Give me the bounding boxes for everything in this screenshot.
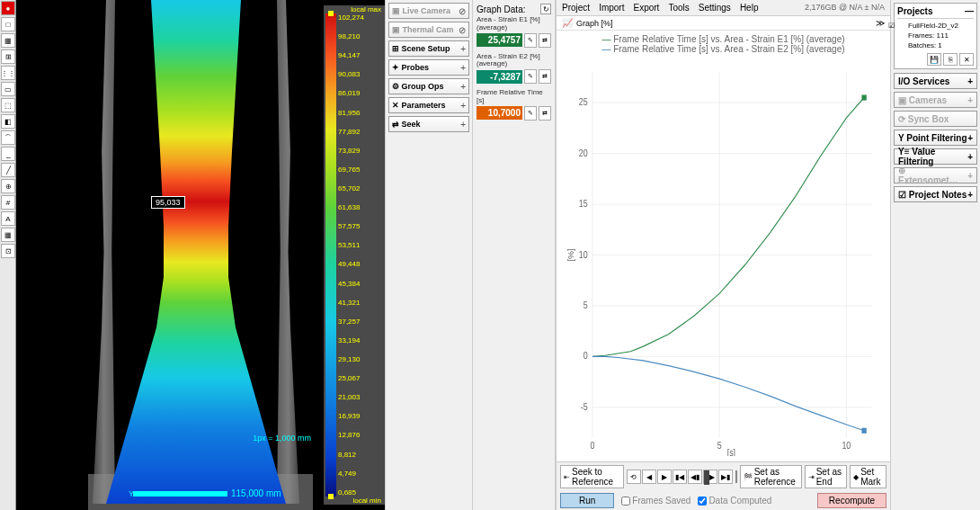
thermal-cam-button[interactable]: ▣ Thermal Cam⊘	[388, 22, 469, 38]
run-button[interactable]: Run	[560, 493, 614, 508]
save-icon[interactable]: 💾	[927, 53, 941, 66]
legend-entry: Frame Relative Time [s] vs. Area - Strai…	[564, 44, 883, 54]
edit-icon[interactable]: ✎	[524, 33, 537, 48]
refresh-icon[interactable]: ↻	[540, 4, 551, 14]
svg-text:5: 5	[717, 440, 722, 451]
point-filtering-button[interactable]: Y Point Filtering+	[894, 130, 977, 146]
set-end-button[interactable]: ⇥ Set as End	[805, 465, 848, 488]
record-button[interactable]: ●	[1, 1, 15, 15]
edit-icon[interactable]: ✎	[524, 106, 537, 121]
playback-button[interactable]: ▮◀	[673, 470, 687, 484]
project-item[interactable]: FullField-2D_v2	[897, 21, 974, 31]
playback-button[interactable]: ▶▮	[718, 470, 733, 484]
colorbar-tick: 37,257	[338, 318, 383, 326]
timeline-handle[interactable]	[704, 470, 709, 485]
link-icon[interactable]: ⇄	[539, 106, 551, 121]
menu-settings[interactable]: Settings	[699, 3, 731, 13]
data-field: Frame Relative Time [s]10,7000✎⇄	[477, 89, 551, 121]
colorbar-tick: 4,749	[338, 470, 383, 478]
colorbar-gradient[interactable]	[325, 13, 336, 497]
clone-icon[interactable]: ⎘	[943, 53, 958, 66]
group-ops-button[interactable]: ⚙ Group Ops+	[388, 78, 469, 94]
tool-button[interactable]: □	[1, 17, 15, 31]
cameras-button[interactable]: ▣ Cameras+	[894, 92, 977, 108]
data-field: Area - Strain E1 [%] (average)25,4757✎⇄	[477, 16, 551, 48]
scene-setup-button[interactable]: ⊞ Scene Setup+	[388, 40, 469, 57]
projects-header: Projects	[897, 6, 932, 16]
seek-button[interactable]: ⇄ Seek+	[388, 116, 469, 132]
link-icon[interactable]: ⇄	[539, 33, 551, 48]
playback-button[interactable]: ◀▮	[688, 470, 702, 484]
recompute-button[interactable]: Recompute	[817, 493, 886, 508]
colorbar-tick: 45,384	[338, 280, 383, 288]
tool-button[interactable]: ⎯	[1, 147, 15, 161]
sync-box-button[interactable]: ⟳ Sync Box	[894, 111, 977, 127]
probes-button[interactable]: ✦ Probes+	[388, 59, 469, 76]
playback-button[interactable]: ⟲	[627, 470, 641, 484]
menu-tools[interactable]: Tools	[668, 3, 689, 13]
tool-button[interactable]: ⋮⋮	[1, 66, 15, 80]
set-mark-button[interactable]: ◆ Set Mark	[850, 465, 886, 488]
tool-button[interactable]: ▭	[1, 82, 15, 96]
services-button[interactable]: I/O Services+	[894, 73, 977, 89]
project-notes-button[interactable]: ☑ Project Notes+	[894, 186, 977, 202]
menu-help[interactable]: Help	[740, 3, 759, 13]
probe-marker[interactable]: 95,033	[151, 196, 185, 209]
data-computed-check[interactable]: Data Computed	[698, 496, 771, 506]
parameters-button[interactable]: ✕ Parameters+	[388, 97, 469, 113]
colorbar-tick: 53,511	[338, 241, 383, 249]
tool-button[interactable]: ⬚	[1, 98, 15, 112]
edit-icon[interactable]: ✎	[524, 69, 537, 84]
tool-button[interactable]: ▦	[1, 228, 15, 242]
timeline-slider[interactable]	[735, 470, 737, 483]
batches-count: Batches: 1	[897, 40, 974, 50]
tool-button[interactable]: ▦	[1, 33, 15, 48]
live-camera-button[interactable]: ▣ Live Camera⊘	[388, 3, 469, 19]
delete-icon[interactable]: ✕	[959, 53, 974, 66]
tool-button[interactable]: ⌒	[1, 130, 15, 145]
svg-text:[%]: [%]	[566, 248, 575, 262]
menu-project[interactable]: Project	[562, 3, 590, 13]
graph-tab-label[interactable]: Graph [%]	[576, 19, 613, 28]
playback-button[interactable]: ▶	[657, 470, 672, 484]
tool-button[interactable]: ◧	[1, 114, 15, 129]
chart[interactable]: Frame Relative Time [s] vs. Area - Strai…	[564, 34, 883, 458]
playback-button[interactable]: ◀	[642, 470, 656, 484]
graph-icon: 📈	[562, 18, 573, 28]
svg-text:0: 0	[584, 351, 588, 362]
right-sidebar: Projects— FullField-2D_v2 Frames: 111 Ba…	[890, 0, 980, 510]
legend-entry: Frame Relative Time [s] vs. Area - Strai…	[564, 34, 883, 44]
tool-button[interactable]: ╱	[1, 163, 15, 177]
extensomet--button[interactable]: ⊕ Extensomet…+	[894, 167, 977, 183]
control-panel: ▣ Live Camera⊘▣ Thermal Cam⊘⊞ Scene Setu…	[385, 0, 473, 510]
colorbar-tick: 77,892	[338, 128, 383, 136]
projects-collapse-icon[interactable]: —	[965, 6, 974, 16]
svg-rect-22	[861, 94, 866, 100]
menubar: ProjectImportExportToolsSettingsHelp 2,1…	[557, 0, 890, 16]
colorbar-tick: 57,575	[338, 222, 383, 230]
tool-button[interactable]: ⊕	[1, 179, 15, 193]
tool-button[interactable]: ⊡	[1, 244, 15, 258]
frames-saved-check[interactable]: Frames Saved	[621, 496, 690, 506]
colorbar-tick: 25,067	[338, 374, 383, 382]
data-panel: Graph Data:↻ Area - Strain E1 [%] (avera…	[473, 0, 556, 510]
tool-button[interactable]: #	[1, 195, 15, 210]
tool-button[interactable]: ⊞	[1, 49, 15, 64]
colorbar-tick: 73,829	[338, 147, 383, 155]
pixel-scale-label: 1px = 1,000 mm	[253, 434, 311, 443]
menu-export[interactable]: Export	[633, 3, 659, 13]
link-icon[interactable]: ⇄	[539, 69, 551, 84]
colorbar-tick: 21,003	[338, 393, 383, 401]
colorbar-tick: 81,956	[338, 109, 383, 117]
value-filtering-button[interactable]: Y≡ Value Filtering+	[894, 148, 977, 165]
colorbar-tick: 12,876	[338, 431, 383, 439]
graph-expand-icon[interactable]: ≫	[876, 18, 885, 28]
seek-reference-button[interactable]: ⇤ Seek to Reference	[560, 465, 624, 488]
strain-viewer: 95,033 X 1px = 1,000 mm Y 115,000 mm loc…	[16, 0, 385, 510]
tool-button[interactable]: A	[1, 211, 15, 226]
set-reference-button[interactable]: 🏁 Set as Reference	[740, 465, 802, 488]
colorbar-tick: 41,321	[338, 299, 383, 307]
data-value: 25,4757	[477, 33, 522, 47]
svg-text:20: 20	[579, 148, 588, 158]
menu-import[interactable]: Import	[599, 3, 624, 13]
